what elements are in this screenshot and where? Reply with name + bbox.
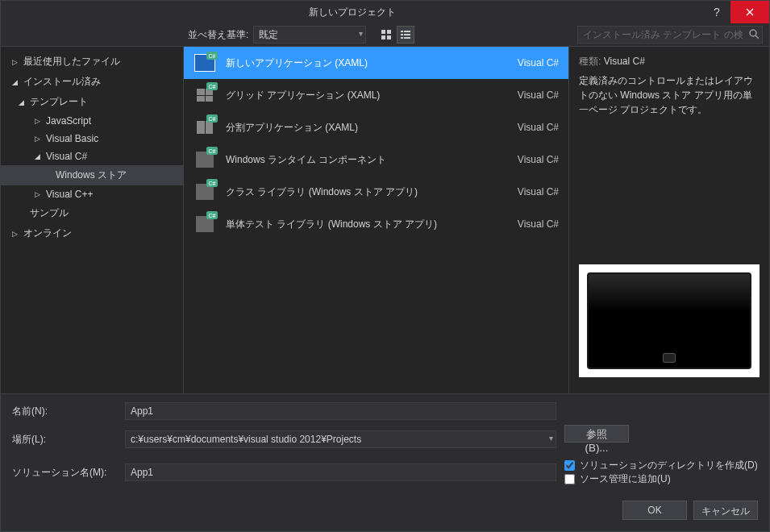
cancel-button[interactable]: キャンセル (693, 501, 758, 520)
triangle-down-icon: ◢ (35, 152, 43, 160)
browse-button[interactable]: 参照(B)... (564, 425, 629, 443)
svg-rect-2 (381, 35, 385, 39)
close-icon (746, 8, 754, 16)
triangle-down-icon: ◢ (12, 78, 20, 86)
new-project-dialog: 新しいプロジェクト ? 並べ替え基準: 既定 ▾ (0, 0, 770, 532)
add-source-control-checkbox[interactable] (564, 474, 575, 484)
triangle-right-icon: ▷ (12, 230, 20, 238)
search-icon (748, 28, 760, 42)
list-icon (400, 29, 411, 40)
close-button[interactable] (730, 1, 769, 23)
tree-visualcpp[interactable]: ▷Visual C++ (1, 185, 183, 203)
template-item-split-app[interactable]: C# 分割アプリケーション (XAML) Visual C# (184, 111, 568, 143)
help-button[interactable]: ? (703, 1, 730, 23)
svg-rect-4 (401, 31, 403, 32)
grid-large-icon (381, 29, 392, 40)
svg-rect-9 (404, 37, 410, 39)
svg-rect-8 (401, 37, 403, 39)
library-icon: C# (194, 181, 216, 203)
window-title: 新しいプロジェクト (1, 6, 703, 19)
details-panel: 種類: Visual C# 定義済みのコントロールまたはレイアウトのない Win… (569, 47, 769, 393)
ok-button[interactable]: OK (622, 501, 687, 520)
template-preview (579, 264, 760, 377)
titlebar: 新しいプロジェクト ? (1, 1, 769, 23)
template-item-class-library[interactable]: C# クラス ライブラリ (Windows ストア アプリ) Visual C# (184, 176, 568, 208)
template-item-unit-test[interactable]: C# 単体テスト ライブラリ (Windows ストア アプリ) Visual … (184, 208, 568, 240)
triangle-right-icon: ▷ (35, 117, 43, 125)
tree-visualcsharp[interactable]: ◢Visual C# (1, 148, 183, 165)
tree-visualbasic[interactable]: ▷Visual Basic (1, 130, 183, 148)
triangle-right-icon: ▷ (12, 58, 20, 66)
template-list: C# 新しいアプリケーション (XAML) Visual C# C# グリッド … (183, 47, 569, 393)
svg-rect-1 (387, 30, 391, 34)
svg-rect-5 (404, 31, 410, 32)
location-label: 場所(L): (12, 433, 117, 447)
category-tree: ▷最近使用したファイル ◢インストール済み ◢テンプレート ▷JavaScrip… (1, 47, 183, 393)
triangle-down-icon: ◢ (19, 98, 27, 106)
triangle-right-icon: ▷ (35, 190, 43, 198)
tablet-icon (587, 272, 751, 369)
location-input[interactable] (125, 430, 556, 448)
template-description: 定義済みのコントロールまたはレイアウトのない Windows ストア アプリ用の… (579, 73, 760, 117)
template-item-runtime-component[interactable]: C# Windows ランタイム コンポーネント Visual C# (184, 143, 568, 176)
svg-line-11 (755, 35, 759, 39)
unit-test-icon: C# (194, 213, 216, 235)
name-label: 名前(N): (12, 405, 117, 418)
search-input[interactable] (577, 26, 763, 44)
template-item-grid-app[interactable]: C# グリッド アプリケーション (XAML) Visual C# (184, 79, 568, 111)
blank-app-icon: C# (194, 52, 216, 74)
view-large-icons-button[interactable] (377, 26, 395, 44)
svg-rect-6 (401, 34, 403, 35)
component-icon: C# (194, 148, 216, 171)
view-list-button[interactable] (397, 26, 414, 44)
triangle-right-icon: ▷ (35, 135, 43, 143)
sort-label: 並べ替え基準: (188, 28, 248, 42)
split-app-icon: C# (194, 116, 216, 139)
tree-installed[interactable]: ◢インストール済み (1, 72, 183, 92)
create-directory-checkbox[interactable] (564, 460, 575, 471)
tree-samples[interactable]: ▷サンプル (1, 203, 183, 223)
tree-templates[interactable]: ◢テンプレート (1, 92, 183, 112)
tree-online[interactable]: ▷オンライン (1, 223, 183, 243)
sort-dropdown[interactable]: 既定 (253, 26, 366, 44)
svg-rect-0 (381, 30, 385, 34)
tree-windows-store[interactable]: Windows ストア (1, 165, 183, 185)
add-source-control-label: ソース管理に追加(U) (580, 472, 671, 486)
grid-app-icon: C# (194, 84, 216, 106)
toolbar: 並べ替え基準: 既定 ▾ (1, 23, 769, 46)
create-directory-label: ソリューションのディレクトリを作成(D) (580, 459, 758, 472)
svg-rect-3 (387, 35, 391, 39)
form-panel: 名前(N): 場所(L): ▾ 参照(B)... ソリューション名(M): ソリ… (1, 394, 769, 494)
dialog-footer: OK キャンセル (1, 494, 769, 531)
svg-point-10 (750, 30, 756, 36)
template-item-blank-app[interactable]: C# 新しいアプリケーション (XAML) Visual C# (184, 47, 568, 79)
type-label: 種類: (579, 56, 601, 67)
solution-name-input[interactable] (125, 463, 556, 481)
svg-rect-7 (404, 34, 410, 35)
name-input[interactable] (125, 402, 556, 420)
tree-recent[interactable]: ▷最近使用したファイル (1, 52, 183, 72)
type-value: Visual C# (604, 56, 645, 67)
solution-name-label: ソリューション名(M): (12, 466, 117, 480)
tree-javascript[interactable]: ▷JavaScript (1, 112, 183, 130)
